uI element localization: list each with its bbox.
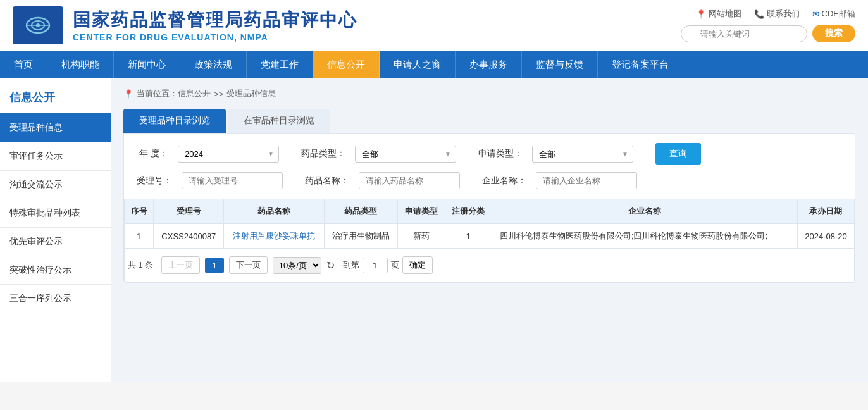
table-body: 1 CXSS2400087 注射用芦康沙妥珠单抗 治疗用生物制品 新药 1 四川… — [125, 224, 855, 249]
pagination: 共 1 条 上一页 1 下一页 10条/页 20条/页 50条/页 ↻ 到第 页… — [124, 249, 855, 282]
receipt-no-input[interactable] — [182, 172, 283, 189]
next-page-button[interactable]: 下一页 — [229, 256, 268, 274]
filter-panel: 年 度： 2024 2023 2022 药品类型： 全部 化学药品 — [124, 134, 855, 199]
tab-review-browse[interactable]: 在审品种目录浏览 — [228, 109, 330, 133]
nav-item-party[interactable]: 党建工作 — [247, 51, 313, 78]
drug-name-label: 药品名称： — [305, 175, 349, 187]
contact-link[interactable]: 📞 联系我们 — [754, 8, 800, 20]
drug-type-select-wrap: 全部 化学药品 生物制品 中药 — [355, 146, 456, 163]
apply-type-select[interactable]: 全部 新药 仿制药 其他 — [532, 146, 633, 163]
nav: 首页 机构职能 新闻中心 政策法规 党建工作 信息公开 申请人之窗 办事服务 监… — [0, 51, 868, 78]
goto-label: 到第 — [343, 259, 359, 271]
email-link[interactable]: ✉ CDE邮箱 — [812, 8, 855, 20]
pagination-total: 共 1 条 — [128, 259, 153, 271]
company-input[interactable] — [536, 172, 637, 189]
apply-type-label: 申请类型： — [478, 148, 523, 159]
header-left: 国家药品监督管理局药品审评中心 CENTER FOR DRUG EVALUATI… — [13, 6, 357, 44]
year-select-wrap: 2024 2023 2022 — [178, 146, 279, 163]
filter-row-2: 受理号： 药品名称： 企业名称： — [137, 172, 842, 189]
breadcrumb: 📍 当前位置：信息公开 >> 受理品种信息 — [123, 88, 855, 99]
refresh-icon[interactable]: ↻ — [326, 259, 335, 271]
col-reg-class: 注册分类 — [445, 199, 492, 224]
filter-section: 年 度： 2024 2023 2022 药品类型： 全部 化学药品 — [123, 133, 855, 283]
breadcrumb-current: 受理品种信息 — [226, 88, 276, 99]
year-select[interactable]: 2024 2023 2022 — [178, 146, 279, 163]
page-label: 页 — [391, 259, 399, 271]
page-size-select[interactable]: 10条/页 20条/页 50条/页 — [273, 257, 321, 274]
logo — [13, 6, 63, 44]
sidebar-item-breakthrough[interactable]: 突破性治疗公示 — [0, 256, 111, 285]
cell-date: 2024-08-20 — [797, 224, 854, 249]
sidebar-title: 信息公开 — [0, 78, 111, 114]
cell-drug-name[interactable]: 注射用芦康沙妥珠单抗 — [224, 224, 324, 249]
sidebar-item-priority[interactable]: 优先审评公示 — [0, 228, 111, 256]
cell-apply-type: 新药 — [398, 224, 445, 249]
breadcrumb-text: 当前位置：信息公开 — [137, 88, 211, 99]
nav-item-policy[interactable]: 政策法规 — [180, 51, 247, 78]
location-icon: 📍 — [123, 89, 133, 99]
col-seq: 序号 — [125, 199, 154, 224]
cell-reg-class: 1 — [445, 224, 492, 249]
nav-item-info[interactable]: 信息公开 — [313, 51, 380, 78]
sidebar-item-communication[interactable]: 沟通交流公示 — [0, 171, 111, 199]
year-label: 年 度： — [137, 148, 168, 159]
col-apply-type: 申请类型 — [398, 199, 445, 224]
nav-item-registration[interactable]: 登记备案平台 — [598, 51, 683, 78]
drug-name-input[interactable] — [359, 172, 460, 189]
col-receipt-no: 受理号 — [154, 199, 224, 224]
header-right: 📍 网站地图 📞 联系我们 ✉ CDE邮箱 🔍 搜索 — [681, 8, 855, 42]
search-input[interactable] — [681, 25, 807, 42]
title-cn: 国家药品监督管理局药品审评中心 — [73, 8, 357, 32]
table-row: 1 CXSS2400087 注射用芦康沙妥珠单抗 治疗用生物制品 新药 1 四川… — [125, 224, 855, 249]
main-content: 📍 当前位置：信息公开 >> 受理品种信息 受理品种目录浏览 在审品种目录浏览 … — [111, 78, 868, 382]
phone-icon: 📞 — [754, 9, 764, 19]
nav-item-applicant[interactable]: 申请人之窗 — [380, 51, 456, 78]
cell-company: 四川科伦博泰生物医药股份有限公司;四川科伦博泰生物医药股份有限公司; — [492, 224, 797, 249]
data-table: 序号 受理号 药品名称 药品类型 申请类型 注册分类 企业名称 承办日期 1 C… — [124, 199, 855, 249]
search-button[interactable]: 搜索 — [812, 25, 855, 42]
col-drug-type: 药品类型 — [324, 199, 397, 224]
prev-page-button[interactable]: 上一页 — [161, 256, 200, 274]
page-goto: 到第 页 确定 — [343, 256, 433, 274]
query-button[interactable]: 查询 — [655, 143, 701, 165]
email-icon: ✉ — [812, 9, 819, 19]
cell-receipt-no: CXSS2400087 — [154, 224, 224, 249]
sidebar-item-accepted[interactable]: 受理品种信息 — [0, 114, 111, 142]
header: 国家药品监督管理局药品审评中心 CENTER FOR DRUG EVALUATI… — [0, 0, 868, 51]
current-page-button[interactable]: 1 — [205, 258, 223, 273]
nav-item-supervision[interactable]: 监督与反馈 — [522, 51, 598, 78]
drug-type-select[interactable]: 全部 化学药品 生物制品 中药 — [355, 146, 456, 163]
receipt-no-label: 受理号： — [137, 175, 172, 187]
header-links: 📍 网站地图 📞 联系我们 ✉ CDE邮箱 — [696, 8, 855, 20]
tabs: 受理品种目录浏览 在审品种目录浏览 — [123, 109, 855, 133]
confirm-button[interactable]: 确定 — [402, 256, 433, 274]
header-search: 🔍 搜索 — [681, 25, 855, 42]
nav-item-news[interactable]: 新闻中心 — [114, 51, 180, 78]
sidebar: 信息公开 受理品种信息 审评任务公示 沟通交流公示 特殊审批品种列表 优先审评公… — [0, 78, 111, 382]
sidebar-item-special[interactable]: 特殊审批品种列表 — [0, 199, 111, 228]
sidebar-item-review-task[interactable]: 审评任务公示 — [0, 142, 111, 171]
sitemap-link[interactable]: 📍 网站地图 — [696, 8, 741, 20]
apply-type-select-wrap: 全部 新药 仿制药 其他 — [532, 146, 633, 163]
location-icon: 📍 — [696, 9, 706, 19]
nav-item-home[interactable]: 首页 — [0, 51, 47, 78]
drug-type-label: 药品类型： — [301, 148, 345, 159]
header-title: 国家药品监督管理局药品审评中心 CENTER FOR DRUG EVALUATI… — [73, 8, 357, 42]
title-en: CENTER FOR DRUG EVALUATION, NMPA — [73, 32, 357, 42]
col-company: 企业名称 — [492, 199, 797, 224]
filter-row-1: 年 度： 2024 2023 2022 药品类型： 全部 化学药品 — [137, 143, 842, 165]
nav-item-service[interactable]: 办事服务 — [456, 51, 522, 78]
content-area: 信息公开 受理品种信息 审评任务公示 沟通交流公示 特殊审批品种列表 优先审评公… — [0, 78, 868, 382]
table-header: 序号 受理号 药品名称 药品类型 申请类型 注册分类 企业名称 承办日期 — [125, 199, 855, 224]
nav-item-function[interactable]: 机构职能 — [47, 51, 114, 78]
goto-input[interactable] — [363, 258, 388, 273]
breadcrumb-sep1: >> — [214, 89, 223, 99]
search-wrap: 🔍 — [681, 25, 807, 42]
cell-drug-type: 治疗用生物制品 — [324, 224, 397, 249]
col-date: 承办日期 — [797, 199, 854, 224]
col-drug-name: 药品名称 — [224, 199, 324, 224]
cell-seq: 1 — [125, 224, 154, 249]
sidebar-item-combined[interactable]: 三合一序列公示 — [0, 285, 111, 313]
tab-accepted-browse[interactable]: 受理品种目录浏览 — [123, 109, 226, 133]
company-label: 企业名称： — [482, 175, 526, 187]
